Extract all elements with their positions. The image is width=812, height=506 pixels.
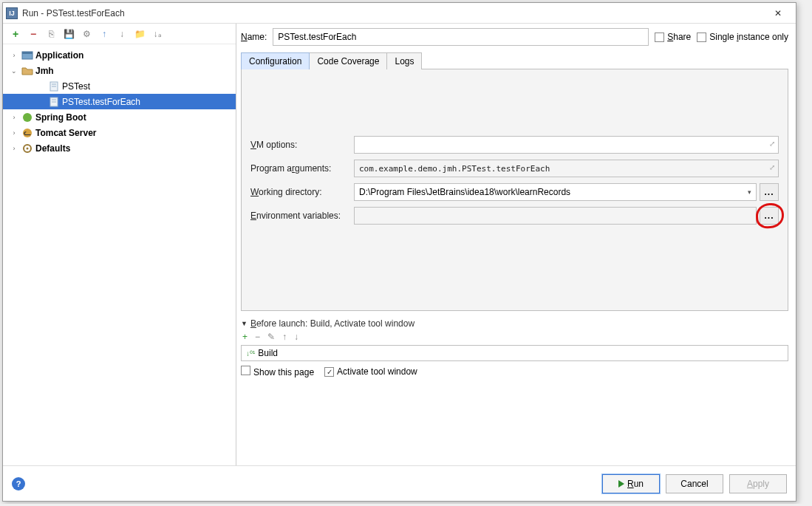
copy-config-button[interactable]: ⎘: [44, 27, 58, 41]
left-panel: + − ⎘ 💾 ⚙ ↑ ↓ 📁 ↓ₐ ›Application⌄JmhPSTes…: [3, 24, 236, 465]
checkbox-icon: [241, 366, 250, 375]
move-task-down-button[interactable]: ↓: [294, 332, 298, 342]
app-icon: [21, 49, 33, 61]
build-icon: ↓⁰¹: [246, 349, 255, 358]
configuration-panel: VM options: ⤢ Program arguments: com.exa…: [241, 69, 788, 311]
tree-item-defaults[interactable]: ›Defaults: [3, 140, 236, 156]
file-icon: [48, 81, 60, 92]
footer: ? Run Cancel Apply: [3, 465, 796, 501]
working-dir-input[interactable]: D:\Program Files\JetBrains\idea18\work\l…: [354, 183, 757, 201]
move-down-button[interactable]: ↓: [115, 27, 129, 41]
expand-icon[interactable]: ⤢: [769, 140, 775, 148]
tree-item-label: Application: [35, 50, 83, 61]
help-button[interactable]: ?: [12, 477, 25, 490]
before-launch-options: Show this page ✓Activate tool window: [241, 366, 788, 377]
collapse-icon[interactable]: ⌄: [9, 67, 19, 75]
tree-item-application[interactable]: ›Application: [3, 47, 236, 63]
before-launch-task[interactable]: ↓⁰¹ Build: [241, 345, 788, 361]
edit-defaults-button[interactable]: ⚙: [80, 27, 93, 41]
move-up-button[interactable]: ↑: [98, 27, 111, 41]
folder-icon: [21, 65, 33, 77]
run-configurations-dialog: IJ Run - PSTest.testForEach ✕ + − ⎘ 💾 ⚙ …: [2, 2, 796, 502]
remove-task-button[interactable]: −: [255, 332, 260, 342]
vm-options-input[interactable]: ⤢: [354, 136, 779, 154]
tree-item-label: Defaults: [35, 143, 70, 154]
right-panel: Name: Share Single instance only Configu…: [236, 24, 796, 465]
tree-item-label: Tomcat Server: [35, 128, 96, 138]
apply-button[interactable]: Apply: [729, 474, 787, 493]
env-vars-input[interactable]: [354, 207, 757, 225]
before-launch-toolbar: + − ✎ ↑ ↓: [241, 329, 788, 345]
collapse-icon: ▼: [241, 320, 248, 327]
name-row: Name: Share Single instance only: [241, 28, 788, 46]
remove-config-button[interactable]: −: [27, 27, 40, 41]
name-input[interactable]: [273, 28, 649, 46]
expand-icon[interactable]: ›: [9, 114, 19, 121]
chevron-down-icon[interactable]: ▾: [748, 188, 751, 196]
gear-icon: [21, 143, 33, 154]
window-title: Run - PSTest.testForEach: [22, 8, 763, 18]
task-label: Build: [258, 348, 278, 358]
play-icon: [618, 480, 624, 488]
tomcat-icon: ᓚ: [21, 127, 33, 139]
expand-icon[interactable]: ⤢: [769, 163, 775, 171]
show-this-page-checkbox[interactable]: Show this page: [241, 366, 314, 377]
add-config-button[interactable]: +: [9, 27, 22, 41]
tabs: Configuration Code Coverage Logs: [241, 52, 788, 69]
move-task-up-button[interactable]: ↑: [282, 332, 287, 342]
svg-point-8: [23, 113, 32, 122]
working-dir-label: Working directory:: [250, 187, 354, 197]
tree-item-jmh[interactable]: ⌄Jmh: [3, 63, 236, 78]
run-button[interactable]: Run: [602, 474, 660, 493]
tab-configuration[interactable]: Configuration: [241, 52, 310, 69]
tab-logs[interactable]: Logs: [386, 52, 422, 69]
tree-item-pstest-testforeach[interactable]: PSTest.testForEach: [3, 94, 236, 109]
single-instance-checkbox[interactable]: Single instance only: [697, 32, 788, 42]
app-icon: IJ: [6, 7, 18, 19]
config-tree[interactable]: ›Application⌄JmhPSTestPSTest.testForEach…: [3, 44, 236, 462]
save-config-button[interactable]: 💾: [62, 27, 75, 41]
checkbox-icon: [697, 33, 706, 42]
close-button[interactable]: ✕: [763, 4, 793, 22]
expand-icon[interactable]: ›: [9, 145, 19, 152]
checkbox-icon: ✓: [324, 367, 334, 377]
program-args-label: Program arguments:: [250, 163, 354, 174]
tree-item-spring-boot[interactable]: ›Spring Boot: [3, 109, 236, 125]
tree-item-pstest[interactable]: PSTest: [3, 78, 236, 94]
browse-env-vars-button[interactable]: ...: [760, 207, 779, 225]
tree-item-label: PSTest.testForEach: [62, 97, 140, 107]
env-vars-label: Environment variables:: [250, 211, 354, 221]
tree-item-tomcat-server[interactable]: ›ᓚTomcat Server: [3, 125, 236, 140]
close-icon: ✕: [774, 8, 782, 18]
name-label: Name:: [241, 32, 267, 42]
expand-icon[interactable]: ›: [9, 129, 19, 137]
svg-rect-1: [22, 52, 33, 54]
share-checkbox[interactable]: Share: [655, 32, 691, 42]
tree-item-label: Spring Boot: [35, 112, 86, 123]
tab-code-coverage[interactable]: Code Coverage: [309, 52, 387, 69]
folder-button[interactable]: 📁: [133, 27, 146, 41]
tree-item-label: Jmh: [35, 66, 54, 76]
titlebar: IJ Run - PSTest.testForEach ✕: [3, 3, 796, 24]
expand-icon[interactable]: ›: [9, 52, 19, 59]
edit-task-button[interactable]: ✎: [267, 332, 275, 342]
vm-options-label: VM options:: [250, 140, 354, 150]
file-icon: [48, 96, 60, 108]
tree-item-label: PSTest: [62, 81, 90, 92]
activate-tool-window-checkbox[interactable]: ✓Activate tool window: [324, 366, 417, 377]
sort-button[interactable]: ↓ₐ: [151, 27, 164, 41]
svg-point-12: [27, 147, 29, 149]
before-launch-header[interactable]: ▼ Before launch: Build, Activate tool wi…: [241, 318, 788, 329]
spring-icon: [21, 112, 33, 123]
dialog-body: + − ⎘ 💾 ⚙ ↑ ↓ 📁 ↓ₐ ›Application⌄JmhPSTes…: [3, 24, 796, 465]
cancel-button[interactable]: Cancel: [666, 474, 723, 493]
add-task-button[interactable]: +: [242, 332, 248, 342]
browse-working-dir-button[interactable]: ...: [760, 183, 779, 201]
program-args-input[interactable]: com.example.demo.jmh.PSTest.testForEach …: [354, 160, 779, 177]
tree-toolbar: + − ⎘ 💾 ⚙ ↑ ↓ 📁 ↓ₐ: [3, 24, 236, 44]
svg-text:ᓚ: ᓚ: [24, 127, 31, 137]
checkbox-icon: [655, 33, 664, 42]
